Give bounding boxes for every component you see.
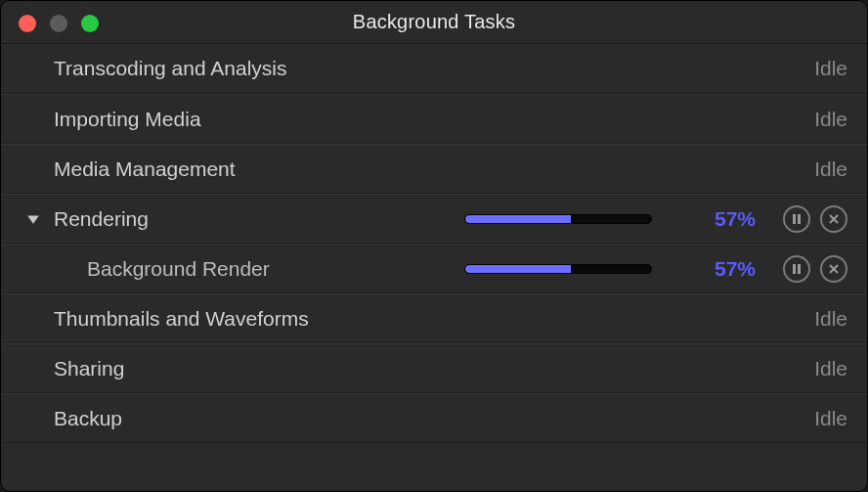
task-status: Idle (814, 57, 847, 80)
task-label: Thumbnails and Waveforms (54, 307, 309, 331)
task-row-background-render: Background Render 57% (1, 244, 867, 293)
task-row-rendering: Rendering 57% (1, 194, 867, 244)
background-tasks-window: Background Tasks Transcoding and Analysi… (0, 0, 868, 492)
task-label: Transcoding and Analysis (54, 57, 287, 80)
window-title: Background Tasks (353, 11, 515, 33)
task-row-importing: Importing Media Idle (1, 94, 867, 144)
close-icon[interactable] (19, 15, 36, 32)
task-label: Importing Media (54, 108, 201, 131)
task-status: Idle (814, 108, 847, 131)
pause-button[interactable] (783, 205, 810, 233)
progress-bar (464, 214, 652, 224)
pause-button[interactable] (783, 255, 810, 283)
cancel-button[interactable] (820, 255, 847, 283)
task-row-media-management: Media Management Idle (1, 144, 867, 194)
task-row-sharing: Sharing Idle (1, 343, 867, 393)
progress-percent: 57% (697, 257, 756, 281)
task-row-transcoding: Transcoding and Analysis Idle (1, 44, 867, 94)
progress-bar (464, 264, 652, 274)
close-icon (828, 263, 840, 275)
task-label: Background Render (87, 257, 270, 281)
task-status: Idle (814, 157, 847, 181)
task-label: Backup (54, 407, 122, 430)
task-list: Transcoding and Analysis Idle Importing … (1, 44, 867, 443)
task-label: Media Management (54, 157, 236, 181)
pause-icon (791, 263, 803, 275)
progress-percent: 57% (697, 207, 756, 231)
svg-marker-0 (27, 215, 39, 223)
task-label: Sharing (54, 357, 124, 380)
task-row-thumbnails: Thumbnails and Waveforms Idle (1, 293, 867, 343)
progress-fill (465, 215, 571, 223)
disclosure-triangle-icon[interactable] (22, 212, 44, 226)
task-row-backup: Backup Idle (1, 393, 867, 443)
maximize-icon[interactable] (81, 15, 99, 32)
minimize-icon[interactable] (50, 15, 67, 32)
svg-rect-5 (793, 264, 796, 274)
pause-icon (791, 213, 803, 225)
svg-rect-1 (793, 214, 796, 224)
task-label: Rendering (54, 207, 149, 231)
cancel-button[interactable] (820, 205, 847, 233)
svg-rect-2 (798, 214, 801, 224)
progress-fill (465, 265, 571, 273)
titlebar: Background Tasks (1, 1, 867, 44)
close-icon (828, 213, 840, 225)
task-status: Idle (814, 307, 847, 331)
task-status: Idle (814, 407, 847, 430)
task-status: Idle (814, 357, 847, 380)
svg-rect-6 (798, 264, 801, 274)
traffic-lights (19, 15, 99, 32)
